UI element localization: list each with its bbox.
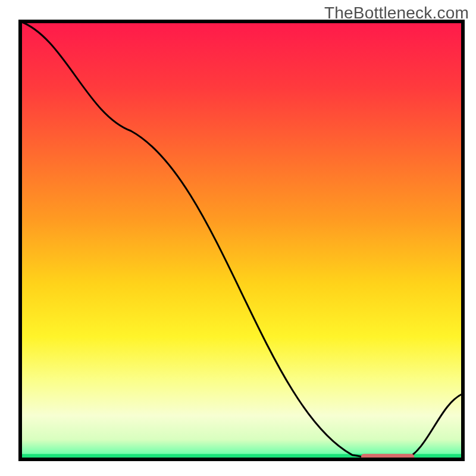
bottleneck-chart bbox=[0, 0, 476, 476]
gradient-background bbox=[20, 21, 463, 459]
chart-container: TheBottleneck.com bbox=[0, 0, 476, 476]
